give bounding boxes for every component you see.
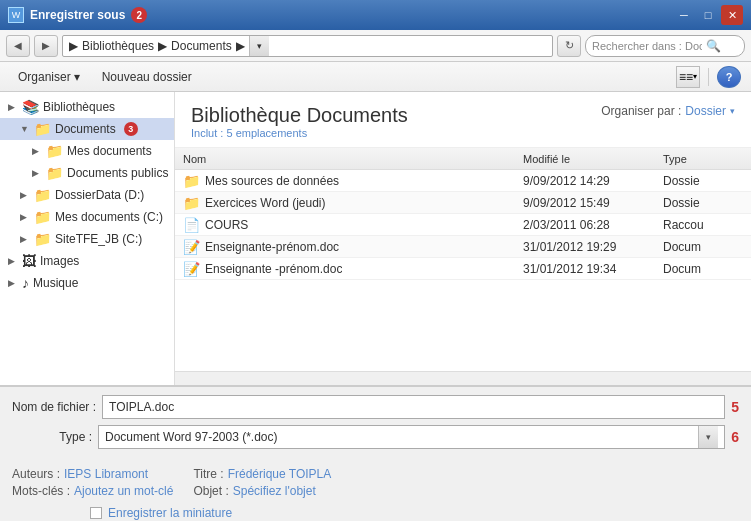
path-arrow-icon: ▶ — [69, 39, 78, 53]
filetype-row: Type : Document Word 97-2003 (*.doc) ▾ 6 — [12, 425, 739, 449]
file-icon-1: 📁 — [183, 173, 200, 189]
close-button[interactable]: ✕ — [721, 5, 743, 25]
expand-arrow-sitetfe: ▶ — [20, 234, 30, 244]
expand-arrow-documents: ▼ — [20, 124, 30, 134]
title-meta-value[interactable]: Frédérique TOIPLA — [228, 467, 332, 481]
expand-arrow-mes-docs-c: ▶ — [20, 212, 30, 222]
expand-arrow-musique: ▶ — [8, 278, 18, 288]
view-icon: ≡≡ — [679, 70, 693, 84]
folder-icon-bibliotheques: 📚 — [22, 99, 39, 115]
dialog-title: Enregistrer sous — [30, 8, 125, 22]
table-row[interactable]: 📁 Exercices Word (jeudi) 9/09/2012 15:49… — [175, 192, 751, 214]
miniature-checkbox[interactable] — [90, 507, 102, 519]
sidebar-item-documents[interactable]: ▼ 📁 Documents 3 — [0, 118, 174, 140]
file-header-section: Bibliothèque Documents Inclut : 5 emplac… — [175, 92, 751, 148]
file-name-cell: 📁 Mes sources de données — [183, 173, 523, 189]
new-folder-label: Nouveau dossier — [102, 70, 192, 84]
back-button[interactable]: ◀ — [6, 35, 30, 57]
view-button[interactable]: ≡≡ ▾ — [676, 66, 700, 88]
folder-icon-mes-docs: 📁 — [46, 143, 63, 159]
maximize-button[interactable]: □ — [697, 5, 719, 25]
table-header: Nom Modifié le Type — [175, 148, 751, 170]
sidebar-label-images: Images — [40, 254, 79, 268]
file-icon-5: 📝 — [183, 261, 200, 277]
meta-col-left: Auteurs : IEPS Libramont Mots-clés : Ajo… — [12, 467, 173, 498]
window-controls: ─ □ ✕ — [673, 5, 743, 25]
library-info: Bibliothèque Documents Inclut : 5 emplac… — [191, 104, 408, 139]
help-button[interactable]: ? — [717, 66, 741, 88]
file-name-cell: 📝 Enseignante-prénom.doc — [183, 239, 523, 255]
file-icon-3: 📄 — [183, 217, 200, 233]
sidebar-label-bibliotheques: Bibliothèques — [43, 100, 115, 114]
sidebar-item-bibliotheques[interactable]: ▶ 📚 Bibliothèques — [0, 96, 174, 118]
view-dropdown-icon: ▾ — [693, 72, 697, 81]
search-icon[interactable]: 🔍 — [706, 39, 721, 53]
organize-dropdown-icon[interactable]: ▾ — [730, 106, 735, 116]
file-name-cell: 📝 Enseignante -prénom.doc — [183, 261, 523, 277]
table-row[interactable]: 📝 Enseignante -prénom.doc 31/01/2012 19:… — [175, 258, 751, 280]
expand-arrow-mes-docs: ▶ — [32, 146, 42, 156]
folder-icon-dossierdata: 📁 — [34, 187, 51, 203]
path-part-1[interactable]: Bibliothèques — [82, 39, 154, 53]
expand-arrow-dossierdata: ▶ — [20, 190, 30, 200]
miniature-label[interactable]: Enregistrer la miniature — [108, 506, 232, 520]
folder-icon-docs-pub: 📁 — [46, 165, 63, 181]
minimize-button[interactable]: ─ — [673, 5, 695, 25]
title-bar-left: W Enregistrer sous 2 — [8, 7, 147, 23]
horizontal-scrollbar[interactable] — [175, 371, 751, 385]
path-part-2[interactable]: Documents — [171, 39, 232, 53]
keywords-row: Mots-clés : Ajoutez un mot-clé — [12, 484, 173, 498]
search-input[interactable] — [592, 40, 702, 52]
file-type-2: Dossie — [663, 196, 743, 210]
subject-value[interactable]: Spécifiez l'objet — [233, 484, 316, 498]
forward-button[interactable]: ▶ — [34, 35, 58, 57]
new-folder-button[interactable]: Nouveau dossier — [94, 66, 200, 88]
title-number-badge: 2 — [131, 7, 147, 23]
filetype-dropdown[interactable]: Document Word 97-2003 (*.doc) ▾ — [98, 425, 725, 449]
expand-arrow-bibliotheques: ▶ — [8, 102, 18, 112]
col-header-name[interactable]: Nom — [183, 153, 523, 165]
authors-label: Auteurs : — [12, 467, 60, 481]
keywords-label: Mots-clés : — [12, 484, 70, 498]
file-table: Nom Modifié le Type 📁 Mes sources de don… — [175, 148, 751, 371]
step-number-6: 6 — [731, 429, 739, 445]
col-header-type[interactable]: Type — [663, 153, 743, 165]
sidebar-item-sitetfe[interactable]: ▶ 📁 SiteTFE_JB (C:) — [0, 228, 174, 250]
refresh-button[interactable]: ↻ — [557, 35, 581, 57]
step-number-5: 5 — [731, 399, 739, 415]
checkbox-area: Enregistrer la miniature — [0, 502, 751, 521]
file-date-1: 9/09/2012 14:29 — [523, 174, 663, 188]
expand-arrow-images: ▶ — [8, 256, 18, 266]
file-icon-2: 📁 — [183, 195, 200, 211]
organize-by-label: Organiser par : — [601, 104, 681, 118]
sidebar: ▶ 📚 Bibliothèques ▼ 📁 Documents 3 ▶ 📁 Me… — [0, 92, 175, 385]
table-row[interactable]: 📝 Enseignante-prénom.doc 31/01/2012 19:2… — [175, 236, 751, 258]
col-header-date[interactable]: Modifié le — [523, 153, 663, 165]
sidebar-item-mes-documents[interactable]: ▶ 📁 Mes documents — [0, 140, 174, 162]
main-content: ▶ 📚 Bibliothèques ▼ 📁 Documents 3 ▶ 📁 Me… — [0, 92, 751, 386]
sidebar-item-mes-docs-c[interactable]: ▶ 📁 Mes documents (C:) — [0, 206, 174, 228]
search-box[interactable]: 🔍 — [585, 35, 745, 57]
library-subtitle[interactable]: Inclut : 5 emplacements — [191, 127, 408, 139]
meta-col-right: Titre : Frédérique TOIPLA Objet : Spécif… — [193, 467, 331, 498]
organize-button[interactable]: Organiser ▾ — [10, 66, 88, 88]
sidebar-item-dossierdata[interactable]: ▶ 📁 DossierData (D:) — [0, 184, 174, 206]
path-dropdown-arrow[interactable]: ▾ — [249, 36, 269, 56]
folder-icon-sitetfe: 📁 — [34, 231, 51, 247]
keywords-value[interactable]: Ajoutez un mot-clé — [74, 484, 173, 498]
file-name-5: Enseignante -prénom.doc — [205, 262, 342, 276]
file-name-2: Exercices Word (jeudi) — [205, 196, 325, 210]
sidebar-item-musique[interactable]: ▶ ♪ Musique — [0, 272, 174, 294]
title-meta-row: Titre : Frédérique TOIPLA — [193, 467, 331, 481]
address-path[interactable]: ▶ Bibliothèques ▶ Documents ▶ ▾ — [62, 35, 553, 57]
sidebar-item-images[interactable]: ▶ 🖼 Images — [0, 250, 174, 272]
table-row[interactable]: 📄 COURS 2/03/2011 06:28 Raccou — [175, 214, 751, 236]
organize-by-value[interactable]: Dossier — [685, 104, 726, 118]
library-title: Bibliothèque Documents — [191, 104, 408, 127]
filename-input[interactable] — [102, 395, 725, 419]
sidebar-item-documents-publics[interactable]: ▶ 📁 Documents publics — [0, 162, 174, 184]
file-name-3: COURS — [205, 218, 248, 232]
filetype-dropdown-arrow[interactable]: ▾ — [698, 426, 718, 448]
authors-value[interactable]: IEPS Libramont — [64, 467, 148, 481]
table-row[interactable]: 📁 Mes sources de données 9/09/2012 14:29… — [175, 170, 751, 192]
